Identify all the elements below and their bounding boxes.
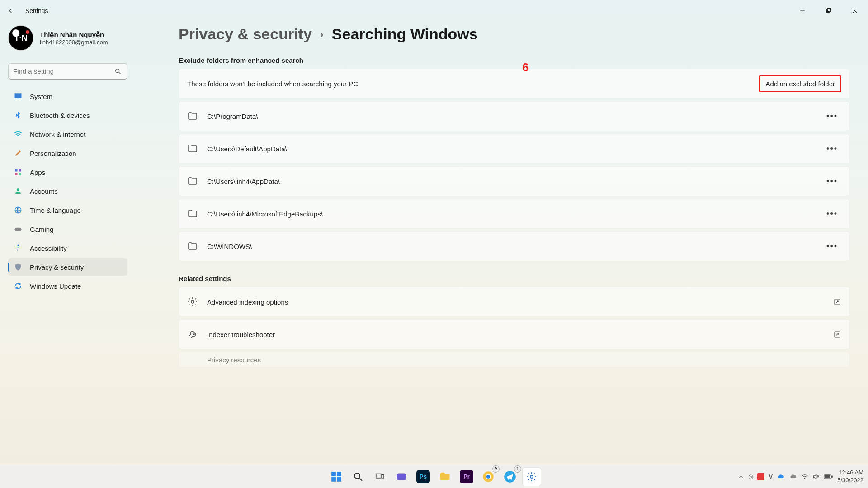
related-advanced-indexing[interactable]: Advanced indexing options: [179, 287, 850, 317]
minimize-button[interactable]: [789, 2, 816, 20]
folder-path: C:\Users\Default\AppData\: [207, 145, 287, 153]
svg-rect-15: [15, 228, 22, 231]
svg-rect-10: [19, 169, 21, 171]
svg-rect-1: [827, 9, 830, 13]
excluded-folder-row[interactable]: C:\Users\linh4\MicrosoftEdgeBackups\ •••: [179, 199, 850, 229]
titlebar: Settings: [0, 0, 868, 22]
search-box[interactable]: [8, 63, 127, 80]
more-button[interactable]: •••: [823, 173, 841, 190]
taskbar-chrome[interactable]: A: [479, 467, 498, 486]
task-view[interactable]: [370, 467, 389, 486]
svg-rect-11: [15, 173, 17, 175]
excluded-folder-row[interactable]: C:\Users\linh4\AppData\ •••: [179, 166, 850, 196]
add-excluded-folder-button[interactable]: Add an excluded folder: [760, 75, 841, 92]
excluded-folder-row[interactable]: C:\WINDOWS\ •••: [179, 231, 850, 261]
tray-app-icon[interactable]: V: [769, 473, 773, 480]
svg-point-34: [804, 478, 805, 479]
sidebar: T∙N Thiện Nhân Nguyễn linh41822000@gmail…: [0, 22, 136, 488]
taskbar-search[interactable]: [349, 467, 368, 486]
nav-time[interactable]: Time & language: [8, 202, 127, 219]
excluded-folder-row[interactable]: C:\Users\Default\AppData\ •••: [179, 134, 850, 164]
related-label: Privacy resources: [207, 356, 261, 364]
weather-icon[interactable]: [789, 473, 797, 481]
svg-rect-23: [337, 477, 341, 482]
nav-bluetooth[interactable]: Bluetooth & devices: [8, 107, 127, 124]
user-block[interactable]: T∙N Thiện Nhân Nguyễn linh41822000@gmail…: [0, 25, 136, 56]
svg-point-13: [17, 188, 19, 191]
taskbar-premiere[interactable]: Pr: [457, 467, 476, 486]
more-button[interactable]: •••: [823, 238, 841, 255]
nav-label: Network & internet: [30, 131, 85, 138]
onedrive-icon[interactable]: [777, 473, 785, 481]
nav-accounts[interactable]: Accounts: [8, 183, 127, 200]
nav-privacy[interactable]: Privacy & security: [8, 258, 127, 276]
nav-label: Time & language: [30, 206, 81, 214]
search-input[interactable]: [13, 67, 113, 75]
svg-rect-8: [17, 99, 19, 99]
tray-app-icon[interactable]: ◎: [748, 473, 753, 480]
taskbar-explorer[interactable]: [435, 467, 454, 486]
nav-system[interactable]: System: [8, 88, 127, 105]
volume-icon[interactable]: [812, 473, 820, 480]
nav-update[interactable]: Windows Update: [8, 277, 127, 295]
window-title: Settings: [25, 7, 48, 14]
battery-icon[interactable]: [824, 474, 833, 480]
svg-point-5: [116, 69, 119, 72]
nav-gaming[interactable]: Gaming: [8, 221, 127, 238]
system-tray[interactable]: ◎ V 12:46 AM 5/30/2022: [738, 469, 863, 484]
folder-path: C:\Users\linh4\AppData\: [207, 178, 280, 185]
wifi-icon: [14, 130, 23, 139]
nav-label: Personalization: [30, 150, 76, 157]
nav-label: System: [30, 93, 52, 100]
related-troubleshooter[interactable]: Indexer troubleshooter: [179, 319, 850, 349]
svg-rect-21: [337, 472, 341, 476]
svg-point-24: [354, 473, 360, 479]
svg-rect-12: [19, 173, 21, 175]
person-icon: [14, 187, 23, 196]
related-label: Indexer troubleshooter: [207, 331, 275, 338]
open-external-icon: [833, 330, 841, 338]
svg-rect-39: [825, 475, 830, 478]
nav-label: Accounts: [30, 188, 58, 195]
gear-icon: [187, 296, 198, 307]
excluded-folder-row[interactable]: C:\ProgramData\ •••: [179, 101, 850, 131]
maximize-button[interactable]: [816, 2, 842, 20]
close-button[interactable]: [842, 2, 868, 20]
folder-icon: [187, 176, 198, 187]
breadcrumb-parent[interactable]: Privacy & security: [179, 25, 312, 43]
folder-path: C:\ProgramData\: [207, 113, 258, 120]
nav-network[interactable]: Network & internet: [8, 126, 127, 143]
taskbar-teams[interactable]: [392, 467, 411, 486]
taskbar-settings[interactable]: [522, 467, 541, 486]
taskbar-photoshop[interactable]: Ps: [414, 467, 433, 486]
svg-rect-20: [331, 472, 336, 476]
back-button[interactable]: [0, 0, 22, 22]
shield-icon: [14, 263, 23, 272]
wifi-icon[interactable]: [801, 473, 808, 480]
open-external-icon: [833, 298, 841, 306]
start-button[interactable]: [327, 467, 346, 486]
more-button[interactable]: •••: [823, 141, 841, 157]
page-title: Searching Windows: [332, 25, 478, 43]
more-button[interactable]: •••: [823, 108, 841, 125]
svg-point-16: [18, 245, 19, 246]
svg-line-6: [119, 72, 120, 74]
more-button[interactable]: •••: [823, 206, 841, 222]
annotation-marker: 6: [522, 61, 528, 75]
svg-rect-22: [331, 477, 336, 482]
exclude-section-title: Exclude folders from enhanced search: [179, 56, 850, 64]
nav-label: Apps: [30, 169, 45, 176]
folder-icon: [187, 241, 198, 252]
svg-line-25: [359, 478, 362, 481]
tray-app-icon[interactable]: [757, 473, 764, 480]
nav-personalization[interactable]: Personalization: [8, 145, 127, 162]
nav-apps[interactable]: Apps: [8, 164, 127, 181]
chevron-right-icon: ›: [320, 28, 324, 41]
related-privacy-resources[interactable]: Privacy resources: [179, 352, 850, 367]
svg-rect-28: [397, 473, 406, 480]
tray-chevron-icon[interactable]: [738, 474, 744, 480]
taskbar-telegram[interactable]: 1: [500, 467, 519, 486]
taskbar-clock[interactable]: 12:46 AM 5/30/2022: [837, 469, 863, 484]
bluetooth-icon: [14, 111, 23, 120]
nav-accessibility[interactable]: Accessibility: [8, 239, 127, 257]
